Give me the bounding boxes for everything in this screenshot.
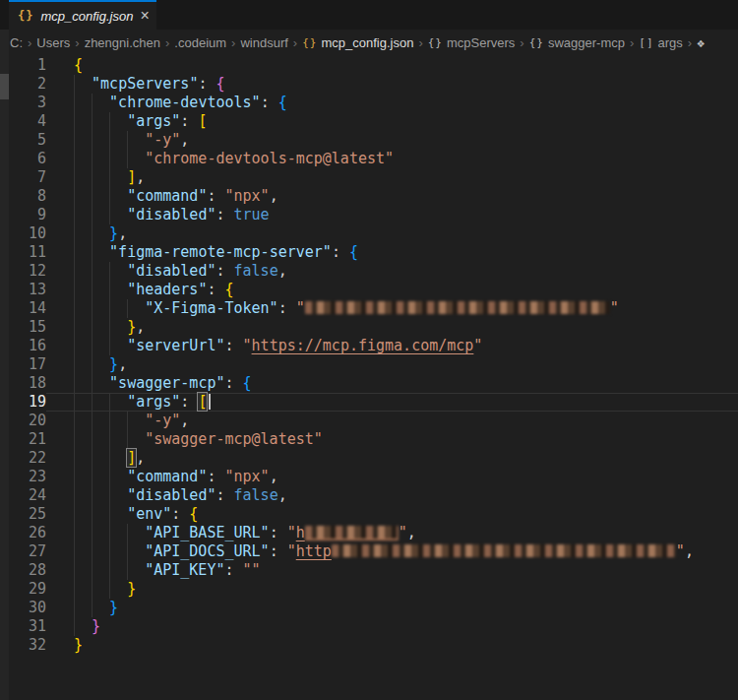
code-line[interactable]: 30}	[0, 599, 738, 617]
url-link[interactable]: https://mcp.figma.com/mcp	[252, 337, 474, 354]
code-token: :	[215, 262, 233, 280]
code-line[interactable]: 17},	[0, 355, 738, 374]
code-line[interactable]: 2"mcpServers": {	[0, 75, 738, 94]
code-line[interactable]: 20"-y",	[0, 412, 738, 430]
code-line[interactable]: 10},	[0, 224, 738, 243]
code-token: }	[127, 318, 136, 336]
indent-guide	[74, 542, 92, 561]
code-token: }	[92, 617, 100, 635]
code-line[interactable]: 19"args": [	[0, 393, 738, 412]
code-line[interactable]: 9"disabled": true	[0, 206, 738, 224]
code-token: :	[332, 243, 349, 261]
code-line[interactable]: 24"disabled": false,	[0, 486, 738, 505]
code-line[interactable]: 13"headers": {	[0, 281, 738, 299]
breadcrumb-item[interactable]: {}mcpServers	[428, 35, 516, 50]
diamond-icon: ❖	[697, 35, 705, 50]
code-line[interactable]: 22],	[0, 449, 738, 468]
code-token: ""	[243, 561, 261, 579]
code-line[interactable]: 29}	[0, 580, 738, 599]
code-line[interactable]: 6"chrome-devtools-mcp@latest"	[0, 150, 738, 168]
code-line[interactable]: 16"serverUrl": "https://mcp.figma.com/mc…	[0, 337, 738, 355]
indent-guide	[74, 412, 92, 430]
breadcrumb-separator: ›	[231, 35, 235, 50]
code-line[interactable]: 15},	[0, 318, 738, 337]
code-line[interactable]: 4"args": [	[0, 112, 738, 131]
breadcrumb-item[interactable]: .codeium	[174, 35, 226, 50]
code-token: "	[610, 299, 619, 317]
code-token: "command"	[127, 468, 207, 485]
indent-guide	[127, 412, 145, 430]
url-link[interactable]: h	[296, 524, 305, 541]
breadcrumb-item[interactable]: {}swagger-mcp	[529, 35, 625, 50]
code-line[interactable]: 5"-y",	[0, 131, 738, 150]
code-token: :	[171, 505, 189, 523]
scrollbar-thumb[interactable]	[0, 74, 9, 99]
braces-icon: {}	[529, 36, 544, 49]
breadcrumb-item[interactable]: Users	[36, 35, 70, 50]
code-line[interactable]: 31}	[0, 617, 738, 636]
indent-guide	[74, 468, 92, 486]
indent-guide	[92, 206, 109, 224]
indent-guide	[92, 412, 109, 430]
code-content: "swagger-mcp": {	[46, 374, 738, 393]
breadcrumb-item[interactable]: ❖	[697, 35, 705, 50]
code-token: :	[215, 206, 233, 223]
code-line[interactable]: 3"chrome-devtools": {	[0, 94, 738, 112]
indent-guide	[92, 243, 109, 262]
code-token: ,	[278, 486, 287, 504]
indent-guide	[74, 150, 92, 168]
code-content: "command": "npx",	[46, 187, 738, 206]
code-line[interactable]: 28"API_KEY": ""	[0, 561, 738, 580]
breadcrumb-label: mcpServers	[447, 35, 515, 50]
code-token: {	[243, 374, 252, 392]
code-token: :	[207, 281, 224, 298]
breadcrumb-item[interactable]: windsurf	[240, 35, 287, 50]
code-line[interactable]: 18"swagger-mcp": {	[0, 374, 738, 393]
indent-guide	[92, 337, 109, 355]
indent-guide	[109, 150, 127, 168]
indent-guide	[92, 374, 109, 393]
indent-guide	[109, 168, 127, 187]
indent-guide	[74, 580, 92, 599]
code-token: "API_DOCS_URL"	[145, 542, 269, 560]
tab-title: mcp_config.json	[40, 9, 133, 24]
code-line[interactable]: 14"X-Figma-Token": ""	[0, 299, 738, 318]
indent-guide	[109, 318, 127, 337]
code-line[interactable]: 26"API_BASE_URL": "h",	[0, 524, 738, 542]
indent-guide	[127, 150, 145, 168]
code-token: :	[224, 561, 242, 579]
indent-guide	[92, 168, 109, 187]
tab-mcp-config-json[interactable]: {} mcp_config.json ×	[9, 0, 156, 30]
indent-guide	[127, 524, 145, 542]
code-line[interactable]: 7],	[0, 168, 738, 187]
indent-guide	[74, 75, 92, 94]
code-content: "-y",	[46, 412, 738, 430]
code-line[interactable]: 12"disabled": false,	[0, 262, 738, 281]
code-content: "args": [	[46, 393, 738, 412]
code-content: "headers": {	[46, 281, 738, 299]
breadcrumb-separator: ›	[165, 35, 169, 50]
code-line[interactable]: 32}	[0, 636, 738, 655]
url-link[interactable]: http	[296, 542, 332, 560]
indent-guide	[92, 430, 109, 449]
indent-guide	[92, 94, 109, 112]
code-line[interactable]: 1{	[0, 56, 738, 75]
code-line[interactable]: 8"command": "npx",	[0, 187, 738, 206]
code-line[interactable]: 11"figma-remote-mcp-server": {	[0, 243, 738, 262]
breadcrumb-item[interactable]: zhengni.chen	[85, 35, 160, 50]
code-content: }	[46, 636, 738, 655]
indent-guide	[92, 224, 109, 243]
code-line[interactable]: 27"API_DOCS_URL": "http",	[0, 542, 738, 561]
indent-guide	[74, 617, 92, 636]
close-icon[interactable]: ×	[140, 8, 149, 24]
breadcrumb-item[interactable]: {}mcp_config.json	[302, 35, 413, 50]
indent-guide	[127, 299, 145, 318]
breadcrumb-item[interactable]: C:	[10, 35, 23, 50]
code-line[interactable]: 25"env": {	[0, 505, 738, 524]
breadcrumb-label: Users	[36, 35, 70, 50]
code-content: "env": {	[46, 505, 738, 524]
code-line[interactable]: 21"swagger-mcp@latest"	[0, 430, 738, 449]
code-line[interactable]: 23"command": "npx",	[0, 468, 738, 486]
breadcrumb-item[interactable]: []args	[639, 35, 683, 50]
code-content: ],	[46, 168, 738, 187]
